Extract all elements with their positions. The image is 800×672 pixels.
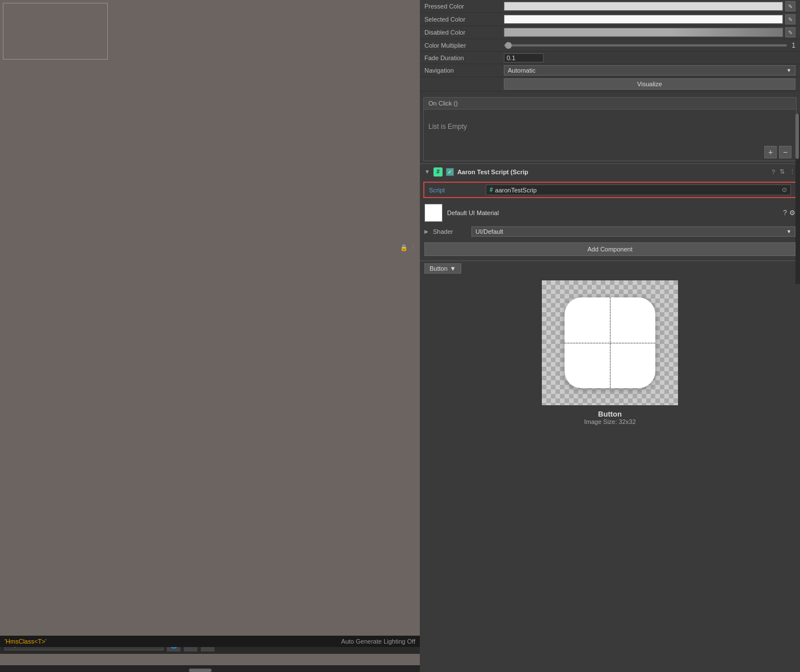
material-help-icon[interactable]: ? (783, 209, 787, 217)
material-row: Default UI Material ? ⚙ (424, 203, 795, 223)
slider-track (504, 44, 787, 47)
selected-color-swatch[interactable] (504, 15, 783, 24)
onclick-remove-btn[interactable]: − (779, 146, 791, 158)
button-tag-label: Button (430, 265, 448, 272)
material-icons: ? ⚙ (783, 209, 795, 217)
navigation-row: Navigation Automatic ▼ (420, 64, 800, 77)
script-row: Script # aaronTestScrip ⊙ (423, 182, 797, 198)
visualize-row: Visualize (420, 77, 800, 91)
color-multiplier-label: Color Multiplier (424, 42, 504, 49)
add-component-button[interactable]: Add Component (424, 242, 795, 256)
pressed-color-label: Pressed Color (424, 3, 504, 10)
multiplier-slider[interactable]: 1 (504, 41, 795, 49)
fade-duration-input[interactable] (504, 53, 544, 62)
preview-image-size: Image Size: 32x32 (584, 418, 635, 425)
script-hash-icon: # (490, 187, 493, 193)
viewport-controls: 🔒 ⋮ (400, 244, 416, 251)
settings-icon[interactable]: ⇅ (780, 168, 785, 175)
collapse-arrow-icon[interactable]: ▼ (424, 169, 430, 175)
component-icons: ? ⇅ ⋮ (772, 168, 795, 175)
button-tag-container: Button ▼ (424, 263, 461, 274)
shader-dropdown-arrow: ▼ (786, 229, 791, 234)
preview-button-label: Button (584, 410, 635, 418)
aaron-script-component-header: ▼ # ✓ Aaron Test Script (Scrip ? ⇅ ⋮ (420, 163, 800, 179)
crosshair-v (610, 297, 610, 388)
more-icon[interactable]: ⋮ (410, 244, 416, 251)
button-tag-arrow[interactable]: ▼ (450, 265, 456, 272)
lock-icon[interactable]: 🔒 (400, 244, 408, 251)
shader-dropdown[interactable]: UI/Default ▼ (471, 226, 795, 237)
shader-row: ▶ Shader UI/Default ▼ (420, 225, 800, 238)
onclick-header: On Click () (424, 98, 796, 110)
script-label: Script (429, 187, 486, 194)
pressed-color-value: ✎ (504, 1, 795, 11)
spacer (420, 91, 800, 95)
inspector-panel: Pressed Color ✎ Selected Color ✎ Disable… (420, 0, 800, 672)
slider-thumb (505, 42, 512, 49)
navigation-value: Automatic ▼ (504, 65, 795, 75)
color-multiplier-value: 1 (504, 41, 795, 49)
selected-eyedropper-btn[interactable]: ✎ (785, 14, 795, 24)
viewport-rect (3, 3, 108, 60)
material-section: Default UI Material ? ⚙ (420, 200, 800, 225)
hash-icon: # (433, 167, 443, 177)
onclick-footer: + − (424, 144, 796, 161)
selected-color-value: ✎ (504, 14, 795, 24)
navigation-dropdown[interactable]: Automatic ▼ (504, 65, 795, 75)
onclick-empty-text: List is Empty (428, 123, 467, 131)
dropdown-arrow-icon: ▼ (786, 68, 791, 73)
visualize-button[interactable]: Visualize (504, 78, 795, 90)
script-value-container: # aaronTestScrip ⊙ (486, 184, 791, 195)
material-settings-icon[interactable]: ⚙ (789, 209, 795, 217)
scrollbar-thumb (189, 669, 212, 672)
help-icon[interactable]: ? (772, 169, 775, 175)
shader-label: Shader (433, 228, 467, 235)
v-scrollbar[interactable] (795, 114, 800, 284)
h-scrollbar[interactable] (0, 665, 420, 672)
fade-duration-label: Fade Duration (424, 54, 504, 61)
material-name: Default UI Material (447, 209, 778, 216)
material-info: Default UI Material (447, 209, 778, 216)
viewport-panel: 🔒 ⋮ 🌐 🏷 ★ 👁 8 'HmsClass<T>' Auto Generat… (0, 0, 420, 672)
more-options-icon[interactable]: ⋮ (789, 168, 795, 175)
disabled-color-row: Disabled Color ✎ (420, 26, 800, 39)
onclick-section: On Click () List is Empty + − (423, 97, 797, 161)
onclick-add-btn[interactable]: + (764, 146, 777, 158)
play-arrow-icon[interactable]: ▶ (424, 229, 428, 234)
multiplier-number: 1 (791, 41, 795, 49)
selected-color-label: Selected Color (424, 16, 504, 23)
preview-button-shape (565, 297, 655, 388)
component-checkbox[interactable]: ✓ (446, 168, 454, 176)
navigation-label: Navigation (424, 67, 504, 74)
selected-color-row: Selected Color ✎ (420, 13, 800, 26)
preview-info: Button Image Size: 32x32 (584, 408, 635, 427)
v-scrollbar-thumb (795, 114, 799, 159)
onclick-body: List is Empty (424, 110, 796, 144)
disabled-color-value: ✎ (504, 27, 795, 37)
preview-area: Button Image Size: 32x32 (420, 276, 800, 432)
script-name-text: aaronTestScrip (495, 187, 537, 194)
pressed-color-swatch[interactable] (504, 2, 783, 11)
material-preview-square (424, 204, 443, 222)
component-title: Aaron Test Script (Scrip (457, 169, 768, 175)
pressed-color-row: Pressed Color ✎ (420, 0, 800, 13)
disabled-eyedropper-btn[interactable]: ✎ (785, 27, 795, 37)
bottom-section: Button ▼ (420, 261, 800, 276)
preview-image (542, 280, 678, 405)
disabled-color-label: Disabled Color (424, 29, 504, 36)
disabled-color-swatch[interactable] (504, 28, 783, 37)
status-bar-bottom: 'HmsClass<T>' Auto Generate Lighting Off (0, 636, 420, 647)
status-text: 'HmsClass<T>' (5, 638, 47, 645)
fade-duration-row: Fade Duration (420, 52, 800, 64)
color-multiplier-row: Color Multiplier 1 (420, 39, 800, 52)
fade-duration-value (504, 53, 795, 62)
pressed-eyedropper-btn[interactable]: ✎ (785, 1, 795, 11)
target-icon[interactable]: ⊙ (782, 186, 787, 194)
status-text-right: Auto Generate Lighting Off (341, 638, 415, 645)
